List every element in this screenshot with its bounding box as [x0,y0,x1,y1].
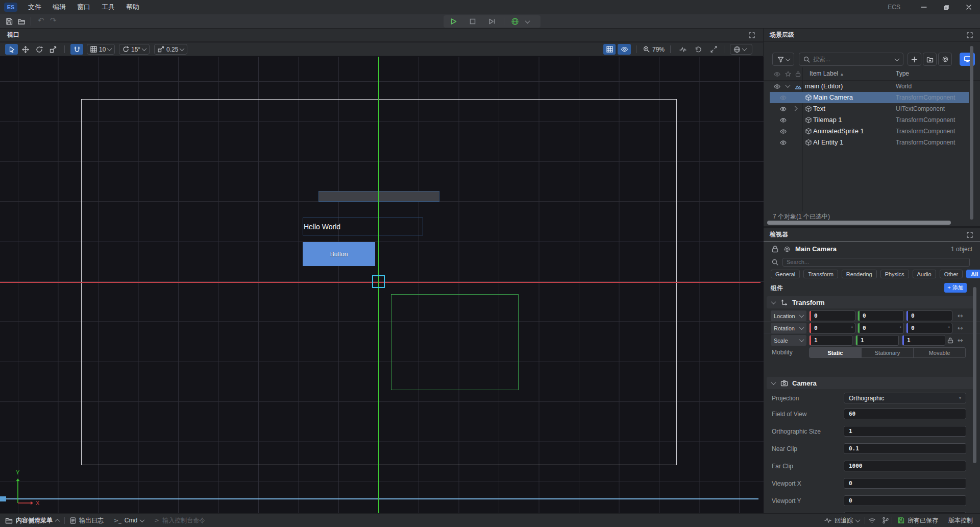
console-command-input[interactable]: > 输入控制台命令 [149,514,210,527]
hierarchy-row-main-camera[interactable]: Main Camera TransformComponent [770,92,969,103]
rotate-tool-button[interactable] [33,44,45,55]
zoom-level[interactable]: 79% [641,44,667,55]
expand-icon[interactable] [749,32,755,38]
scale-snap-dropdown[interactable]: 0.25 [154,44,187,55]
tab-physics[interactable]: Physics [880,270,909,278]
minimize-button[interactable] [913,0,935,14]
trace-dropdown[interactable]: 回追踪 [819,514,865,527]
grid-snap-dropdown[interactable]: 10 [87,44,115,55]
hierarchy-search[interactable] [799,53,903,66]
save-icon[interactable] [5,17,13,26]
near-clip-input[interactable] [844,443,966,454]
fullscreen-icon[interactable] [707,44,720,55]
inspector-search-input[interactable] [782,258,970,267]
location-z-field[interactable] [906,310,952,321]
network-status-icon[interactable] [865,514,879,527]
hierarchy-search-input[interactable] [813,56,892,63]
maximize-button[interactable] [935,0,958,14]
content-drawer-button[interactable]: 内容侧滑菜单 [0,514,64,527]
hierarchy-row-animatedsprite[interactable]: AnimatedSprite 1 TransformComponent [764,126,980,137]
transform-section-header[interactable]: Transform [767,296,976,308]
new-folder-button[interactable] [923,53,937,66]
version-control-button[interactable]: 版本控制 [943,514,978,527]
stop-button[interactable] [463,18,482,25]
scale-z-field[interactable] [902,335,945,346]
add-component-button[interactable]: + 添加 [944,283,967,293]
camera-section-header[interactable]: Camera [767,377,976,389]
add-entity-button[interactable] [908,53,921,66]
mobility-stationary[interactable]: Stationary [862,348,914,357]
orthographic-size-input[interactable] [844,426,966,437]
viewport-globe-dropdown[interactable] [730,44,752,55]
reset-view-icon[interactable] [692,44,704,55]
stats-icon[interactable] [677,44,689,55]
filter-dropdown[interactable] [772,53,794,66]
mobility-static[interactable]: Static [810,348,862,357]
scale-tool-button[interactable] [47,44,59,55]
uibutton-object[interactable]: Button [303,242,375,266]
rotation-x-field[interactable]: ° [809,323,855,333]
menu-file[interactable]: 文件 [22,0,47,14]
tab-transform[interactable]: Transform [803,270,838,278]
tab-general[interactable]: General [771,270,800,278]
viewport-x-input[interactable] [844,478,966,489]
redo-icon[interactable]: ↷ [50,16,58,24]
link-axes-icon[interactable]: ↔ [958,337,963,344]
scale-y-field[interactable] [855,335,899,346]
open-folder-icon[interactable] [17,17,26,26]
menu-edit[interactable]: 编辑 [47,0,71,14]
chevron-down-icon[interactable] [525,18,530,23]
snap-tool-button[interactable] [70,44,83,55]
viewport-y-input[interactable] [844,495,966,506]
entity-bounds-rect[interactable] [391,294,519,390]
uitext-object[interactable]: Hello World [303,218,423,235]
move-tool-button[interactable] [19,44,32,55]
menu-help[interactable]: 帮助 [120,0,145,14]
rotation-mode-dropdown[interactable]: Rotation [771,323,806,333]
settings-button[interactable] [938,53,952,66]
branch-status-icon[interactable] [879,514,892,527]
location-y-field[interactable] [857,310,904,321]
rotate-snap-dropdown[interactable]: 15° [119,44,150,55]
tab-all[interactable]: All [966,270,980,278]
cmd-dropdown[interactable]: >_ Cmd [109,514,149,527]
output-log-button[interactable]: 输出日志 [65,514,109,527]
projection-select[interactable]: Orthographic▾ [844,393,966,403]
vertical-scrollbar[interactable] [970,46,973,220]
menu-window[interactable]: 窗口 [71,0,96,14]
hierarchy-row-main[interactable]: main (Editor) World [764,81,980,92]
rotation-y-field[interactable]: ° [857,323,904,333]
expand-icon[interactable] [967,32,973,38]
far-clip-input[interactable] [844,461,966,471]
hierarchy-row-ai-entity[interactable]: AI Entity 1 TransformComponent [764,137,980,148]
grid-toggle-button[interactable] [603,44,616,55]
link-axes-icon[interactable]: ↔ [958,324,963,332]
inspector-scrollbar[interactable] [973,287,976,463]
world-globe-icon[interactable] [506,17,524,26]
scale-x-field[interactable] [809,335,852,346]
expand-icon[interactable] [967,232,973,238]
menu-tools[interactable]: 工具 [96,0,120,14]
close-button[interactable] [958,0,980,14]
scale-mode-dropdown[interactable]: Scale [771,335,806,346]
step-button[interactable] [482,18,502,25]
horizontal-scrollbar[interactable] [767,221,951,225]
play-button[interactable] [444,18,463,25]
hierarchy-row-tilemap[interactable]: Tilemap 1 TransformComponent [764,114,980,126]
undo-icon[interactable]: ↶ [38,16,46,24]
tab-rendering[interactable]: Rendering [842,270,877,278]
location-x-field[interactable] [809,310,855,321]
rotation-z-field[interactable]: ° [906,323,952,333]
tab-other[interactable]: Other [940,270,963,278]
scene-canvas[interactable]: Hello World Button Y X [0,57,764,513]
link-axes-icon[interactable]: ↔ [958,312,963,320]
location-mode-dropdown[interactable]: Location [771,310,806,321]
field-of-view-input[interactable] [844,409,966,419]
hierarchy-column-header[interactable]: Item Label ▲ Type [764,67,980,81]
save-status[interactable]: 所有已保存 [892,514,943,527]
select-tool-button[interactable] [5,44,18,55]
selection-gizmo[interactable] [372,275,385,288]
mobility-movable[interactable]: Movable [914,348,965,357]
tab-audio[interactable]: Audio [913,270,936,278]
visibility-toggle-button[interactable] [618,44,631,55]
